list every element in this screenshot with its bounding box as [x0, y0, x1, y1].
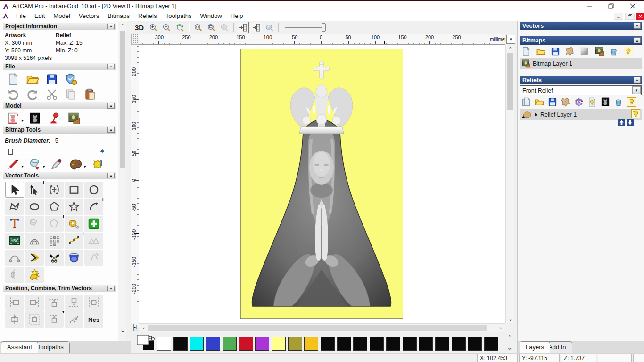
menu-bitmaps[interactable]: Bitmaps — [103, 11, 134, 20]
block-copy-tool[interactable] — [45, 233, 64, 249]
node-editing-tool[interactable]: Ŧ — [25, 182, 44, 198]
menu-toolpaths[interactable]: Toolpaths — [161, 11, 196, 20]
center-both-tool[interactable] — [84, 295, 103, 311]
menu-edit[interactable]: Edit — [30, 11, 49, 20]
scroll-down-icon[interactable]: ⌄ — [118, 326, 127, 334]
align-center-top-tool[interactable]: Ŧ — [45, 311, 64, 328]
delete-relief-icon[interactable] — [614, 97, 623, 107]
envelope-distort-tool[interactable] — [25, 233, 44, 249]
slider-handle[interactable] — [322, 23, 326, 32]
undo-icon[interactable] — [7, 88, 20, 101]
rectangle-tool[interactable] — [65, 182, 83, 198]
open-model-icon[interactable] — [26, 73, 39, 85]
colour-swatch[interactable] — [190, 337, 204, 351]
zoom-in-button[interactable] — [147, 22, 159, 33]
swap-layers-icon[interactable] — [574, 97, 584, 107]
adjust-model-icon[interactable] — [28, 112, 41, 125]
colour-swatch[interactable] — [403, 337, 417, 351]
offset-tool[interactable] — [25, 250, 44, 266]
menu-file[interactable]: File — [12, 11, 30, 20]
menu-window[interactable]: Window — [196, 11, 226, 20]
crumple-icon[interactable] — [565, 47, 575, 56]
minimize-button[interactable] — [578, 1, 600, 11]
greyscale-icon[interactable] — [580, 47, 589, 56]
slider-handle[interactable] — [8, 149, 13, 155]
redo-icon[interactable] — [26, 88, 39, 101]
scroll-thumb[interactable] — [120, 31, 125, 168]
arc-tool[interactable]: Ŧ — [84, 199, 103, 215]
new-model-icon[interactable] — [7, 73, 20, 85]
expand-layer-icon[interactable] — [535, 113, 537, 117]
scroll-thumb[interactable] — [507, 53, 513, 110]
colour-swatch[interactable] — [223, 337, 237, 351]
tab-assistant[interactable]: Assistant — [1, 341, 38, 353]
collapse-button[interactable]: ▲ — [107, 24, 115, 29]
collapse-button[interactable]: ▲ — [634, 37, 641, 43]
canvas-horizontal-scrollbar[interactable]: ‹ › — [139, 323, 505, 332]
shape-editor-tool[interactable]: Ŧ — [45, 216, 64, 232]
flood-fill-icon[interactable] — [28, 158, 41, 170]
drawing-canvas[interactable] — [139, 45, 505, 323]
colour-swatch[interactable] — [484, 337, 498, 351]
zoom-out-button[interactable] — [160, 22, 173, 33]
trim-tool[interactable] — [45, 250, 64, 266]
align-bottom-tool[interactable] — [65, 295, 83, 311]
doctor-tool[interactable] — [84, 216, 103, 232]
nesting-tool[interactable]: Nes — [84, 311, 103, 328]
collapse-button[interactable]: ▲ — [107, 64, 115, 69]
interactive-trim-tool[interactable] — [65, 250, 83, 266]
fit-spline-tool[interactable] — [84, 250, 103, 266]
align-right-tool[interactable] — [25, 295, 44, 311]
wrap-vectors-tool[interactable] — [25, 267, 44, 283]
load-image-icon[interactable] — [594, 47, 604, 56]
mirror-tool[interactable] — [5, 267, 24, 283]
colour-swatch[interactable] — [206, 337, 220, 351]
flyout-arrow-icon[interactable]: ▸ — [43, 164, 46, 168]
delete-bitmap-icon[interactable] — [609, 47, 619, 56]
paint-icon[interactable] — [7, 158, 20, 170]
brush-diameter-slider[interactable] — [5, 148, 104, 155]
canvas-vertical-scrollbar[interactable]: ⌃ ⌄ — [505, 45, 514, 323]
colour-swatch[interactable] — [321, 337, 335, 351]
colour-swatch[interactable] — [272, 337, 286, 351]
tab-layers[interactable]: Layers — [520, 341, 550, 353]
collapse-button[interactable]: ▲ — [107, 286, 115, 291]
snap-step-left-button[interactable] — [237, 22, 249, 33]
reduce-points-tool[interactable] — [84, 233, 103, 249]
to-3d-view-button[interactable]: 3D — [131, 24, 147, 32]
mdi-restore-button[interactable] — [625, 13, 635, 20]
fit-arcs-tool[interactable]: Ŧ — [65, 233, 83, 249]
arc-through-points-tool[interactable] — [5, 250, 24, 266]
circle-tool[interactable] — [84, 182, 103, 198]
collapse-button[interactable]: ▲ — [634, 77, 641, 83]
lighting-icon[interactable] — [48, 112, 61, 125]
snap-step-right-button[interactable] — [250, 22, 262, 33]
menu-reliefs[interactable]: Reliefs — [134, 11, 161, 20]
center-in-page-tool[interactable] — [25, 311, 44, 328]
scroll-right-icon[interactable]: › — [497, 324, 504, 332]
ruler-units-dropdown[interactable]: ▼ — [506, 35, 515, 44]
relief-select-combo[interactable]: Front Relief ▼ — [520, 85, 642, 95]
colour-palette-icon[interactable] — [69, 158, 83, 170]
zoom-object-button[interactable] — [218, 22, 231, 33]
bitmap-artwork[interactable] — [240, 49, 403, 319]
assistant-scrollbar[interactable]: ⌃ ⌄ — [118, 21, 126, 341]
colour-swatch[interactable] — [239, 337, 253, 351]
colour-swatch[interactable] — [468, 337, 482, 351]
colour-swatch[interactable] — [435, 337, 449, 351]
crumple-icon[interactable] — [561, 97, 570, 107]
model-properties-icon[interactable] — [65, 73, 78, 85]
texture-icon[interactable] — [91, 158, 104, 170]
zoom-1to1-button[interactable]: 1:1 — [192, 22, 204, 33]
star-tool[interactable] — [65, 199, 83, 215]
expand-button[interactable]: ▼ — [634, 23, 641, 29]
copy-icon[interactable] — [65, 88, 78, 101]
open-bitmap-icon[interactable] — [536, 47, 545, 56]
cut-icon[interactable] — [45, 88, 58, 101]
colour-swatch[interactable] — [370, 337, 384, 351]
bitmap-layer-item[interactable]: Bitmap Layer 1 — [520, 58, 642, 69]
collapse-button[interactable]: ▲ — [107, 127, 115, 133]
new-bitmap-icon[interactable] — [521, 47, 531, 56]
mdi-minimize-button[interactable] — [614, 13, 623, 20]
scroll-down-icon[interactable]: ⌄ — [506, 315, 514, 322]
